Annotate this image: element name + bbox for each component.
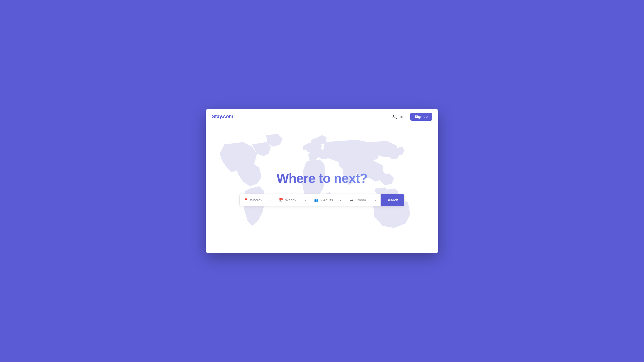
when-field[interactable]: 📅 When? ▾ <box>275 194 310 206</box>
calendar-icon: 📅 <box>279 198 283 202</box>
where-label: Where? <box>250 198 266 202</box>
location-icon: 📍 <box>244 198 248 202</box>
adults-icon: 👥 <box>314 198 318 202</box>
app-window: Stay.com Sign in Sign up <box>206 109 438 253</box>
room-icon: 🛏 <box>349 198 353 202</box>
where-chevron-icon: ▾ <box>269 199 271 202</box>
when-label: When? <box>285 198 302 202</box>
rooms-field[interactable]: 🛏 1 room ▾ <box>345 194 381 206</box>
rooms-label: 1 room <box>355 198 372 202</box>
when-chevron-icon: ▾ <box>305 199 306 202</box>
header: Stay.com Sign in Sign up <box>206 109 438 124</box>
adults-label: 2 Adults <box>320 198 337 202</box>
adults-chevron-icon: ▾ <box>340 199 341 202</box>
search-bar: 📍 Where? ▾ 📅 When? ▾ 👥 2 Adults ▾ <box>239 194 405 206</box>
rooms-chevron-icon: ▾ <box>375 199 376 202</box>
hero-content: Where to next? 📍 Where? ▾ 📅 When? ▾ 👥 <box>239 171 405 206</box>
logo: Stay.com <box>212 114 233 119</box>
sign-up-button[interactable]: Sign up <box>410 113 432 121</box>
adults-field[interactable]: 👥 2 Adults ▾ <box>310 194 345 206</box>
header-actions: Sign in Sign up <box>389 113 432 121</box>
search-button[interactable]: Search <box>381 194 405 206</box>
main-content: Where to next? 📍 Where? ▾ 📅 When? ▾ 👥 <box>206 124 438 253</box>
hero-title: Where to next? <box>276 171 368 186</box>
sign-in-button[interactable]: Sign in <box>389 113 406 121</box>
where-field[interactable]: 📍 Where? ▾ <box>240 194 275 206</box>
